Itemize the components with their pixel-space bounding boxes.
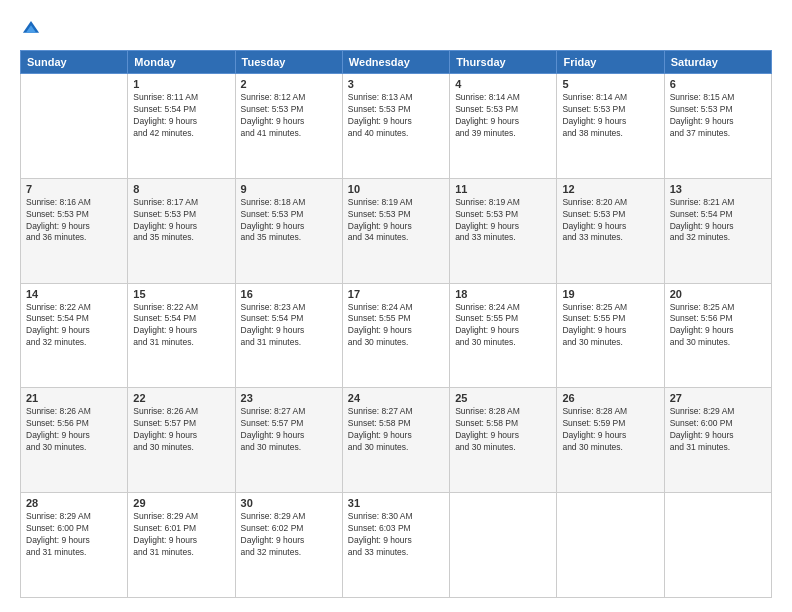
cell-info: Sunrise: 8:14 AMSunset: 5:53 PMDaylight:…: [562, 92, 658, 140]
calendar-cell: 2Sunrise: 8:12 AMSunset: 5:53 PMDaylight…: [235, 74, 342, 179]
calendar-cell: 24Sunrise: 8:27 AMSunset: 5:58 PMDayligh…: [342, 388, 449, 493]
day-number: 30: [241, 497, 337, 509]
day-number: 8: [133, 183, 229, 195]
calendar-cell: [450, 493, 557, 598]
calendar-cell: 6Sunrise: 8:15 AMSunset: 5:53 PMDaylight…: [664, 74, 771, 179]
calendar-cell: 5Sunrise: 8:14 AMSunset: 5:53 PMDaylight…: [557, 74, 664, 179]
calendar-cell: 19Sunrise: 8:25 AMSunset: 5:55 PMDayligh…: [557, 283, 664, 388]
cell-info: Sunrise: 8:26 AMSunset: 5:56 PMDaylight:…: [26, 406, 122, 454]
calendar-cell: 9Sunrise: 8:18 AMSunset: 5:53 PMDaylight…: [235, 178, 342, 283]
calendar-cell: 15Sunrise: 8:22 AMSunset: 5:54 PMDayligh…: [128, 283, 235, 388]
cell-info: Sunrise: 8:28 AMSunset: 5:59 PMDaylight:…: [562, 406, 658, 454]
cell-info: Sunrise: 8:11 AMSunset: 5:54 PMDaylight:…: [133, 92, 229, 140]
day-number: 1: [133, 78, 229, 90]
day-number: 25: [455, 392, 551, 404]
page: SundayMondayTuesdayWednesdayThursdayFrid…: [0, 0, 792, 612]
day-number: 2: [241, 78, 337, 90]
day-number: 13: [670, 183, 766, 195]
day-number: 19: [562, 288, 658, 300]
cell-info: Sunrise: 8:17 AMSunset: 5:53 PMDaylight:…: [133, 197, 229, 245]
day-number: 28: [26, 497, 122, 509]
calendar-cell: 21Sunrise: 8:26 AMSunset: 5:56 PMDayligh…: [21, 388, 128, 493]
day-number: 10: [348, 183, 444, 195]
day-number: 21: [26, 392, 122, 404]
calendar-week-row: 7Sunrise: 8:16 AMSunset: 5:53 PMDaylight…: [21, 178, 772, 283]
calendar-cell: [557, 493, 664, 598]
cell-info: Sunrise: 8:29 AMSunset: 6:00 PMDaylight:…: [670, 406, 766, 454]
calendar-cell: 20Sunrise: 8:25 AMSunset: 5:56 PMDayligh…: [664, 283, 771, 388]
calendar-cell: 28Sunrise: 8:29 AMSunset: 6:00 PMDayligh…: [21, 493, 128, 598]
header: [20, 18, 772, 40]
day-number: 20: [670, 288, 766, 300]
day-number: 14: [26, 288, 122, 300]
calendar-cell: 18Sunrise: 8:24 AMSunset: 5:55 PMDayligh…: [450, 283, 557, 388]
logo-icon: [20, 18, 42, 40]
cell-info: Sunrise: 8:27 AMSunset: 5:58 PMDaylight:…: [348, 406, 444, 454]
calendar-week-row: 14Sunrise: 8:22 AMSunset: 5:54 PMDayligh…: [21, 283, 772, 388]
col-header-thursday: Thursday: [450, 51, 557, 74]
calendar-cell: 29Sunrise: 8:29 AMSunset: 6:01 PMDayligh…: [128, 493, 235, 598]
cell-info: Sunrise: 8:25 AMSunset: 5:55 PMDaylight:…: [562, 302, 658, 350]
calendar-cell: 10Sunrise: 8:19 AMSunset: 5:53 PMDayligh…: [342, 178, 449, 283]
col-header-wednesday: Wednesday: [342, 51, 449, 74]
cell-info: Sunrise: 8:22 AMSunset: 5:54 PMDaylight:…: [26, 302, 122, 350]
day-number: 29: [133, 497, 229, 509]
calendar-cell: 1Sunrise: 8:11 AMSunset: 5:54 PMDaylight…: [128, 74, 235, 179]
cell-info: Sunrise: 8:25 AMSunset: 5:56 PMDaylight:…: [670, 302, 766, 350]
day-number: 6: [670, 78, 766, 90]
cell-info: Sunrise: 8:23 AMSunset: 5:54 PMDaylight:…: [241, 302, 337, 350]
calendar-cell: 4Sunrise: 8:14 AMSunset: 5:53 PMDaylight…: [450, 74, 557, 179]
cell-info: Sunrise: 8:29 AMSunset: 6:00 PMDaylight:…: [26, 511, 122, 559]
col-header-saturday: Saturday: [664, 51, 771, 74]
calendar-cell: 14Sunrise: 8:22 AMSunset: 5:54 PMDayligh…: [21, 283, 128, 388]
calendar-week-row: 1Sunrise: 8:11 AMSunset: 5:54 PMDaylight…: [21, 74, 772, 179]
day-number: 9: [241, 183, 337, 195]
day-number: 7: [26, 183, 122, 195]
calendar-week-row: 21Sunrise: 8:26 AMSunset: 5:56 PMDayligh…: [21, 388, 772, 493]
calendar-cell: 26Sunrise: 8:28 AMSunset: 5:59 PMDayligh…: [557, 388, 664, 493]
cell-info: Sunrise: 8:14 AMSunset: 5:53 PMDaylight:…: [455, 92, 551, 140]
calendar-cell: 12Sunrise: 8:20 AMSunset: 5:53 PMDayligh…: [557, 178, 664, 283]
day-number: 3: [348, 78, 444, 90]
cell-info: Sunrise: 8:30 AMSunset: 6:03 PMDaylight:…: [348, 511, 444, 559]
day-number: 11: [455, 183, 551, 195]
calendar-cell: 8Sunrise: 8:17 AMSunset: 5:53 PMDaylight…: [128, 178, 235, 283]
day-number: 24: [348, 392, 444, 404]
day-number: 5: [562, 78, 658, 90]
day-number: 27: [670, 392, 766, 404]
cell-info: Sunrise: 8:22 AMSunset: 5:54 PMDaylight:…: [133, 302, 229, 350]
calendar-cell: 7Sunrise: 8:16 AMSunset: 5:53 PMDaylight…: [21, 178, 128, 283]
calendar-cell: 22Sunrise: 8:26 AMSunset: 5:57 PMDayligh…: [128, 388, 235, 493]
calendar-cell: 23Sunrise: 8:27 AMSunset: 5:57 PMDayligh…: [235, 388, 342, 493]
calendar-cell: 27Sunrise: 8:29 AMSunset: 6:00 PMDayligh…: [664, 388, 771, 493]
calendar-cell: [664, 493, 771, 598]
cell-info: Sunrise: 8:26 AMSunset: 5:57 PMDaylight:…: [133, 406, 229, 454]
calendar-header-row: SundayMondayTuesdayWednesdayThursdayFrid…: [21, 51, 772, 74]
day-number: 26: [562, 392, 658, 404]
cell-info: Sunrise: 8:29 AMSunset: 6:01 PMDaylight:…: [133, 511, 229, 559]
calendar-cell: 31Sunrise: 8:30 AMSunset: 6:03 PMDayligh…: [342, 493, 449, 598]
cell-info: Sunrise: 8:28 AMSunset: 5:58 PMDaylight:…: [455, 406, 551, 454]
calendar-cell: 25Sunrise: 8:28 AMSunset: 5:58 PMDayligh…: [450, 388, 557, 493]
cell-info: Sunrise: 8:20 AMSunset: 5:53 PMDaylight:…: [562, 197, 658, 245]
day-number: 23: [241, 392, 337, 404]
cell-info: Sunrise: 8:15 AMSunset: 5:53 PMDaylight:…: [670, 92, 766, 140]
col-header-friday: Friday: [557, 51, 664, 74]
cell-info: Sunrise: 8:29 AMSunset: 6:02 PMDaylight:…: [241, 511, 337, 559]
col-header-tuesday: Tuesday: [235, 51, 342, 74]
day-number: 18: [455, 288, 551, 300]
day-number: 4: [455, 78, 551, 90]
cell-info: Sunrise: 8:24 AMSunset: 5:55 PMDaylight:…: [348, 302, 444, 350]
calendar-cell: [21, 74, 128, 179]
day-number: 31: [348, 497, 444, 509]
cell-info: Sunrise: 8:16 AMSunset: 5:53 PMDaylight:…: [26, 197, 122, 245]
day-number: 17: [348, 288, 444, 300]
day-number: 12: [562, 183, 658, 195]
cell-info: Sunrise: 8:18 AMSunset: 5:53 PMDaylight:…: [241, 197, 337, 245]
calendar-cell: 13Sunrise: 8:21 AMSunset: 5:54 PMDayligh…: [664, 178, 771, 283]
day-number: 22: [133, 392, 229, 404]
calendar-cell: 3Sunrise: 8:13 AMSunset: 5:53 PMDaylight…: [342, 74, 449, 179]
day-number: 15: [133, 288, 229, 300]
calendar-week-row: 28Sunrise: 8:29 AMSunset: 6:00 PMDayligh…: [21, 493, 772, 598]
cell-info: Sunrise: 8:13 AMSunset: 5:53 PMDaylight:…: [348, 92, 444, 140]
